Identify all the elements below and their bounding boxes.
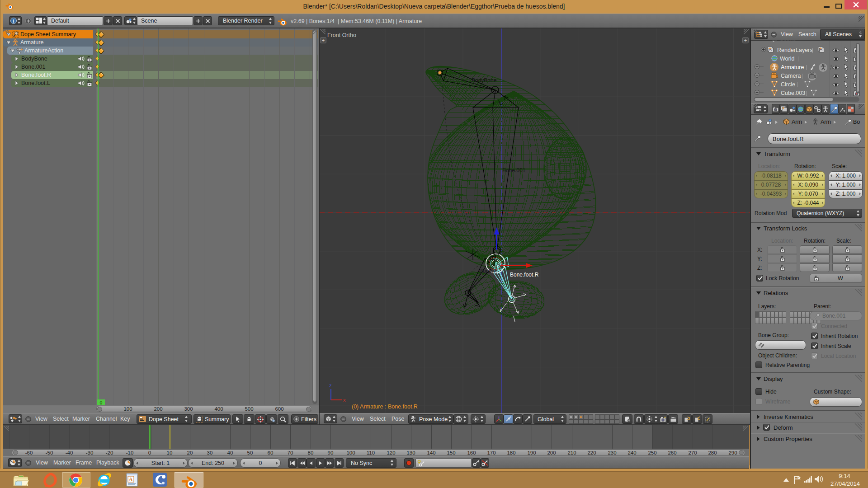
svg-text:x: x — [343, 397, 346, 403]
svg-text:A: A — [129, 476, 133, 483]
svg-text:z: z — [329, 383, 332, 388]
svg-text:i: i — [13, 19, 14, 23]
